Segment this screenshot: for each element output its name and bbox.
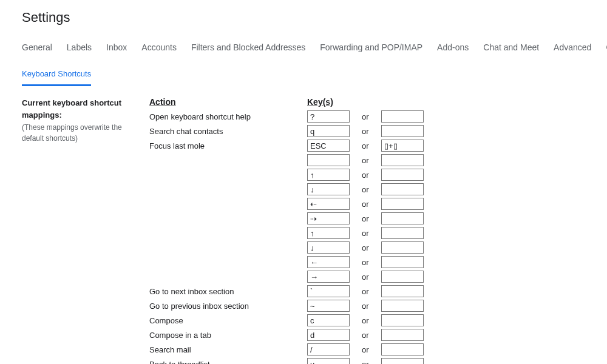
table-row: or [149, 211, 425, 226]
key-input-secondary[interactable] [381, 343, 424, 356]
table-row: or [149, 226, 425, 240]
action-label: Focus last mole [149, 138, 307, 153]
or-label: or [351, 342, 381, 357]
action-label: Compose [149, 313, 307, 328]
or-label: or [351, 298, 381, 313]
tab-chat-meet[interactable]: Chat and Meet [483, 42, 539, 57]
key-input-primary[interactable] [307, 110, 350, 123]
key-input-primary[interactable] [307, 241, 350, 254]
mappings-note: (These mappings overwrite the default sh… [22, 122, 143, 144]
table-row: Open keyboard shortcut helpor [149, 109, 425, 124]
or-label: or [351, 328, 381, 342]
table-row: Focus last moleor [149, 138, 425, 153]
table-row: or [149, 182, 425, 197]
key-input-primary[interactable] [307, 183, 350, 195]
or-label: or [351, 357, 381, 364]
action-label: Search mail [149, 342, 307, 357]
or-label: or [351, 138, 381, 153]
or-label: or [351, 124, 381, 138]
key-input-secondary[interactable] [381, 358, 424, 364]
shortcut-table: Action Key(s) Open keyboard shortcut hel… [149, 97, 425, 364]
table-row: or [149, 153, 425, 167]
action-label [149, 182, 307, 197]
table-row: Composeor [149, 313, 425, 328]
key-input-secondary[interactable] [381, 329, 424, 341]
key-input-primary[interactable] [307, 300, 350, 312]
key-input-secondary[interactable] [381, 256, 424, 268]
key-input-primary[interactable] [307, 140, 350, 152]
key-input-primary[interactable] [307, 314, 350, 326]
key-input-primary[interactable] [307, 169, 350, 181]
tab-advanced[interactable]: Advanced [554, 42, 591, 57]
page-title: Settings [22, 10, 607, 25]
action-label [149, 167, 307, 182]
key-input-secondary[interactable] [381, 227, 424, 239]
tab-addons[interactable]: Add-ons [437, 42, 469, 57]
action-label: Go to next inbox section [149, 284, 307, 298]
or-label: or [351, 153, 381, 167]
key-input-primary[interactable] [307, 358, 350, 364]
table-row: or [149, 197, 425, 211]
action-label: Back to threadlist [149, 357, 307, 364]
key-input-secondary[interactable] [381, 169, 424, 181]
key-input-secondary[interactable] [381, 140, 424, 152]
key-input-primary[interactable] [307, 125, 350, 137]
action-label: Open keyboard shortcut help [149, 109, 307, 124]
key-input-secondary[interactable] [381, 300, 424, 312]
key-input-secondary[interactable] [381, 110, 424, 123]
table-row: or [149, 240, 425, 255]
table-row: or [149, 269, 425, 284]
or-label: or [351, 284, 381, 298]
key-input-secondary[interactable] [381, 154, 424, 166]
table-row: Search chat contactsor [149, 124, 425, 138]
key-input-primary[interactable] [307, 212, 350, 224]
key-input-primary[interactable] [307, 198, 350, 210]
key-input-secondary[interactable] [381, 212, 424, 224]
key-input-primary[interactable] [307, 343, 350, 356]
key-input-primary[interactable] [307, 256, 350, 268]
mappings-heading: Current keyboard shortcut mappings: [22, 97, 143, 121]
action-label [149, 153, 307, 167]
tab-forwarding[interactable]: Forwarding and POP/IMAP [320, 42, 422, 57]
or-label: or [351, 167, 381, 182]
key-input-primary[interactable] [307, 285, 350, 297]
action-label [149, 211, 307, 226]
tab-labels[interactable]: Labels [67, 42, 92, 57]
action-label [149, 269, 307, 284]
key-input-secondary[interactable] [381, 314, 424, 326]
table-row: Go to next inbox sectionor [149, 284, 425, 298]
or-label: or [351, 240, 381, 255]
key-input-secondary[interactable] [381, 183, 424, 195]
action-label [149, 226, 307, 240]
table-row: Compose in a tabor [149, 328, 425, 342]
key-input-primary[interactable] [307, 154, 350, 166]
or-label: or [351, 255, 381, 269]
settings-tabs: General Labels Inbox Accounts Filters an… [22, 42, 607, 57]
key-input-secondary[interactable] [381, 285, 424, 297]
table-row: Go to previous inbox sectionor [149, 298, 425, 313]
tab-inbox[interactable]: Inbox [106, 42, 127, 57]
tab-keyboard-shortcuts[interactable]: Keyboard Shortcuts [22, 69, 91, 86]
key-input-secondary[interactable] [381, 198, 424, 210]
action-label: Go to previous inbox section [149, 298, 307, 313]
or-label: or [351, 109, 381, 124]
key-input-secondary[interactable] [381, 271, 424, 283]
key-input-primary[interactable] [307, 329, 350, 341]
key-input-primary[interactable] [307, 227, 350, 239]
table-row: or [149, 255, 425, 269]
key-input-secondary[interactable] [381, 241, 424, 254]
key-input-primary[interactable] [307, 271, 350, 283]
action-label [149, 255, 307, 269]
tab-general[interactable]: General [22, 42, 52, 57]
table-row: or [149, 167, 425, 182]
or-label: or [351, 211, 381, 226]
or-label: or [351, 313, 381, 328]
key-input-secondary[interactable] [381, 125, 424, 137]
tab-accounts[interactable]: Accounts [141, 42, 177, 57]
or-label: or [351, 182, 381, 197]
tab-filters[interactable]: Filters and Blocked Addresses [191, 42, 305, 57]
or-label: or [351, 197, 381, 211]
action-label: Compose in a tab [149, 328, 307, 342]
table-row: Back to threadlistor [149, 357, 425, 364]
action-label [149, 240, 307, 255]
